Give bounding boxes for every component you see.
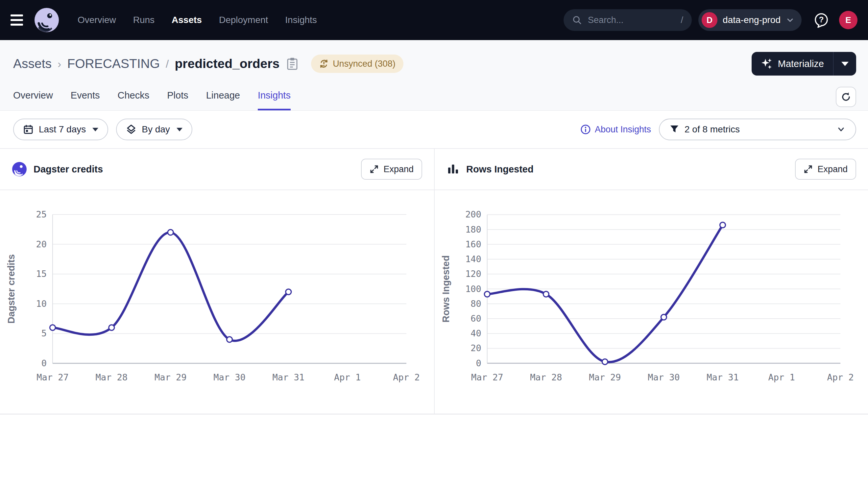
- dagster-credits-card-header: Dagster credits Expand: [0, 149, 434, 190]
- help-icon[interactable]: ?: [814, 12, 829, 28]
- nav-item-insights[interactable]: Insights: [285, 15, 317, 25]
- svg-text:Apr 1: Apr 1: [334, 372, 361, 382]
- filter-funnel-icon: [669, 124, 679, 134]
- insights-toolbar: Last 7 days By day About Insights 2 of 8…: [0, 111, 868, 148]
- date-range-filter-button[interactable]: Last 7 days: [13, 119, 108, 140]
- bar-chart-icon: [447, 162, 460, 176]
- expand-button-label: Expand: [383, 164, 413, 174]
- info-icon: [580, 124, 591, 135]
- tab-lineage[interactable]: Lineage: [206, 90, 240, 110]
- breadcrumb-group-link[interactable]: FORECASTING: [67, 56, 160, 71]
- dagster-logo-icon[interactable]: [34, 8, 59, 32]
- about-insights-label: About Insights: [595, 124, 651, 135]
- sync-alert-icon: [319, 59, 329, 69]
- tab-checks[interactable]: Checks: [118, 90, 150, 110]
- breadcrumb: Assets › FORECASTING / predicted_orders …: [13, 50, 856, 78]
- breadcrumb-assets-link[interactable]: Assets: [13, 56, 52, 71]
- nav-item-overview[interactable]: Overview: [78, 15, 116, 25]
- dagster-metric-icon: [12, 162, 27, 177]
- caret-down-icon: [841, 62, 848, 66]
- nav-item-deployment[interactable]: Deployment: [219, 15, 268, 25]
- svg-text:100: 100: [465, 284, 481, 294]
- user-avatar[interactable]: E: [839, 11, 857, 29]
- materialize-split-button: Materialize: [752, 52, 856, 76]
- expand-button[interactable]: Expand: [361, 159, 422, 180]
- svg-text:Apr 1: Apr 1: [768, 372, 795, 382]
- materialize-dropdown-button[interactable]: [833, 52, 856, 76]
- svg-text:60: 60: [471, 313, 481, 324]
- svg-text:0: 0: [41, 358, 47, 368]
- nav-item-runs[interactable]: Runs: [133, 15, 154, 25]
- expand-button[interactable]: Expand: [795, 159, 856, 180]
- chart-title: Rows Ingested: [466, 164, 534, 175]
- expand-icon: [370, 165, 379, 174]
- svg-text:160: 160: [465, 239, 481, 249]
- breadcrumb-separator: ›: [58, 57, 61, 70]
- svg-text:5: 5: [41, 328, 47, 338]
- asset-name: predicted_orders: [175, 56, 280, 71]
- breadcrumb-slash: /: [166, 57, 169, 70]
- tab-events[interactable]: Events: [71, 90, 100, 110]
- search-icon: [572, 15, 582, 25]
- caret-down-icon: [92, 128, 98, 131]
- svg-text:Mar 27: Mar 27: [37, 372, 69, 382]
- asset-tabs: Overview Events Checks Plots Lineage Ins…: [13, 90, 856, 110]
- svg-text:Mar 29: Mar 29: [154, 372, 187, 382]
- svg-text:Mar 28: Mar 28: [96, 372, 128, 382]
- svg-text:120: 120: [465, 269, 481, 279]
- rows-ingested-line-chart: 020406080100120140160180200Mar 27Mar 28M…: [435, 190, 868, 414]
- svg-text:15: 15: [36, 269, 47, 279]
- refresh-icon: [841, 92, 851, 102]
- expand-button-label: Expand: [817, 164, 847, 174]
- svg-text:180: 180: [465, 224, 481, 235]
- svg-text:200: 200: [465, 209, 481, 220]
- svg-text:Mar 28: Mar 28: [530, 372, 562, 382]
- chart-title: Dagster credits: [34, 164, 103, 175]
- deployment-switcher[interactable]: D data-eng-prod: [698, 9, 802, 31]
- search-shortcut-hint: /: [681, 15, 684, 25]
- tab-plots[interactable]: Plots: [167, 90, 188, 110]
- svg-text:Apr 2: Apr 2: [393, 372, 420, 382]
- svg-text:Rows Ingested: Rows Ingested: [441, 255, 451, 322]
- materialize-button[interactable]: Materialize: [752, 52, 833, 76]
- caret-down-icon: [177, 128, 182, 131]
- dagster-credits-card: Dagster credits Expand 0510152025Mar 27M…: [0, 149, 434, 414]
- svg-text:?: ?: [819, 15, 824, 24]
- copy-icon[interactable]: [286, 57, 298, 70]
- menu-icon[interactable]: [11, 14, 26, 26]
- rows-ingested-card: Rows Ingested Expand 0204060801001201401…: [434, 149, 868, 414]
- svg-text:140: 140: [465, 254, 481, 264]
- svg-text:Mar 30: Mar 30: [213, 372, 246, 382]
- svg-text:Mar 30: Mar 30: [648, 372, 680, 382]
- rows-ingested-card-header: Rows Ingested Expand: [435, 149, 868, 190]
- materialize-button-label: Materialize: [778, 58, 824, 69]
- granularity-filter-button[interactable]: By day: [116, 119, 192, 140]
- svg-text:80: 80: [471, 299, 481, 309]
- calendar-icon: [23, 124, 34, 135]
- insights-chart-grid: Dagster credits Expand 0510152025Mar 27M…: [0, 148, 868, 415]
- deployment-initial-badge: D: [702, 12, 717, 28]
- dagster-credits-line-chart: 0510152025Mar 27Mar 28Mar 29Mar 30Mar 31…: [0, 190, 434, 414]
- granularity-label: By day: [142, 124, 170, 135]
- svg-text:Mar 29: Mar 29: [589, 372, 621, 382]
- tab-insights[interactable]: Insights: [258, 90, 291, 110]
- search-input[interactable]: Search... /: [563, 9, 692, 31]
- asset-page-header: Assets › FORECASTING / predicted_orders …: [0, 40, 868, 111]
- about-insights-link[interactable]: About Insights: [580, 124, 651, 135]
- expand-icon: [804, 165, 813, 174]
- refresh-button[interactable]: [836, 87, 856, 107]
- nav-item-assets[interactable]: Assets: [171, 15, 202, 25]
- svg-text:Mar 31: Mar 31: [706, 372, 739, 382]
- svg-text:Apr 2: Apr 2: [827, 372, 854, 382]
- svg-text:25: 25: [36, 209, 47, 220]
- svg-text:20: 20: [471, 343, 481, 353]
- svg-text:Dagster credits: Dagster credits: [6, 254, 16, 324]
- deployment-name: data-eng-prod: [723, 15, 780, 25]
- tab-overview[interactable]: Overview: [13, 90, 53, 110]
- svg-text:Mar 31: Mar 31: [272, 372, 305, 382]
- top-nav: Overview Runs Assets Deployment Insights…: [0, 0, 868, 40]
- metrics-filter-select[interactable]: 2 of 8 metrics: [659, 119, 856, 140]
- unsynced-status-badge[interactable]: Unsynced (308): [311, 54, 404, 73]
- unsynced-badge-label: Unsynced (308): [333, 59, 396, 69]
- primary-nav: Overview Runs Assets Deployment Insights: [78, 15, 317, 25]
